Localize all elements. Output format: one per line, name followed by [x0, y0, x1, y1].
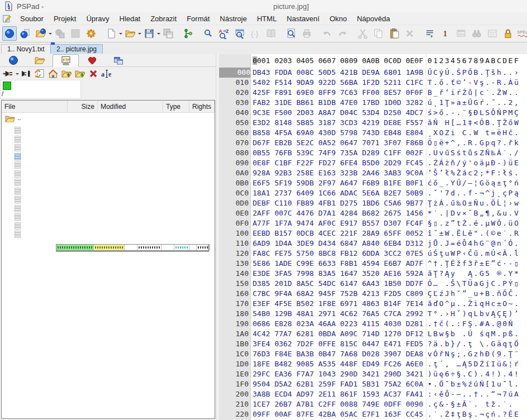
replace-button[interactable]: AZ [217, 26, 231, 41]
panel-tab-favorites[interactable] [79, 54, 105, 66]
ascii-bytes[interactable]: ^†.ŢÉžf3ř±E”ć·-▯ [428, 259, 520, 269]
panel-tab-ftp[interactable]: FTP [53, 54, 79, 67]
ascii-bytes[interactable]: ŰCýÚ.ŚPŐB.Ţšh..› [428, 68, 520, 78]
doc-chip[interactable] [15, 136, 21, 143]
hex-row-000[interactable]: 000DB43 FDDA 008C 50D5 421B DE9A 6801 1A… [219, 68, 527, 78]
hex-row-110[interactable]: 1106AD9 1D4A 3DE9 D434 6847 A840 6EB4 D3… [219, 238, 527, 249]
hex-bytes[interactable]: 09FF 00AF 87FE 42BA 05AC E7F1 163F CC45 [253, 409, 423, 419]
hex-bytes[interactable]: 76D3 F84E BA3B 0B47 7A68 D028 3907 DEA8 [253, 349, 423, 359]
doc-chip[interactable] [15, 196, 21, 203]
doc-chip[interactable] [15, 205, 21, 212]
column-header-rights[interactable]: Rights [189, 101, 215, 112]
ascii-bytes[interactable]: *˙.|Dv×ˇB„¶‚&u.V [428, 208, 520, 218]
new-file-button[interactable] [104, 26, 118, 41]
menu-okno[interactable]: Okno [325, 13, 352, 25]
ascii-bytes[interactable]: .UvűSśtůsZŇ‰Á˙./ [428, 148, 520, 158]
ascii-bytes[interactable]: )üę6÷§.C).4!).4! [428, 369, 520, 379]
save-file-dropdown[interactable] [157, 27, 160, 40]
ftp-connect-button[interactable] [1, 68, 15, 80]
hex-bytes[interactable]: 425F F891 69E0 8FF9 7C63 FF00 8E57 0F0F [253, 88, 423, 98]
hex-bytes[interactable]: 3A8B ECD4 AD97 2E11 861F 1593 AC37 FA41 [253, 389, 423, 399]
hex-bytes[interactable]: 5402 F514 9DA9 922D 56BA 1F2D 5211 C1FC [253, 78, 423, 88]
open-file-button[interactable] [123, 26, 137, 41]
menu-formt[interactable]: Formát [182, 13, 215, 25]
hex-bytes[interactable]: D385 201D 8A5C 54DC 6147 6A43 1B50 DD7F [253, 279, 423, 289]
ftp-new-folder-button[interactable] [73, 68, 87, 80]
project-new-button[interactable] [2, 26, 17, 41]
ascii-bytes[interactable]: ÇĽźJh˘”_u+B.ňŐČ. [428, 289, 520, 299]
ascii-bytes[interactable]: ăďO^µ..ŽiqHc±O~. [428, 299, 520, 309]
ascii-bytes[interactable]: ś>ő.-.¨§ĐLSÔŇPMÇ [428, 108, 520, 118]
menu-projekt[interactable]: Projekt [49, 13, 81, 25]
panel-tab-windows[interactable] [105, 54, 131, 66]
hex-bytes[interactable]: FAB2 31DE BB61 B1DB 47E0 17BD 1D0D 3282 [253, 98, 423, 108]
ascii-bytes[interactable]: .ŹÁżň/ý'oäµĐ-)üE [428, 158, 520, 168]
hex-row-100[interactable]: 100EEBD B157 0DCB 4CEC 221F 28A9 65FF 00… [219, 228, 527, 238]
doc-chip[interactable] [15, 170, 21, 178]
menu-nstroje[interactable]: Nástroje [215, 13, 251, 25]
new-file-dropdown[interactable] [119, 27, 122, 40]
hex-bytes[interactable]: 9504 D5A2 62B1 259F FAD1 5B31 75A2 6C0A [253, 379, 423, 389]
hex-row-010[interactable]: 0105402 F514 9DA9 922D 56BA 1F2D 5211 C1… [219, 78, 527, 88]
ascii-bytes[interactable]: •.Ő˘b±%źúŃ[1u˘l. [428, 379, 520, 389]
ascii-bytes[interactable]: .˙.Ż‡ţBş.¬çń.?ĚE [428, 409, 520, 419]
hex-row-190[interactable]: 1900686 E828 023A 46AA 0223 4115 4030 D2… [219, 319, 527, 329]
hex-row-180[interactable]: 18054B0 129B 48A1 2971 4C62 76A5 C7CA 29… [219, 309, 527, 319]
hex-row-0A0[interactable]: 0A0928A 92B3 258E E163 323B 2A46 3AB3 9C… [219, 168, 527, 178]
project-open-dropdown[interactable] [49, 27, 52, 40]
hex-bytes[interactable]: 5E86 1ADE C99E 6633 F8B1 4594 E6B7 AD7F [253, 259, 423, 269]
ascii-bytes[interactable]: T.ő.ť©’-Vş.-R.Áü [428, 78, 520, 88]
ascii-bytes[interactable]: ăŢ?Ąy Ą.G5 ®.Y* [428, 269, 520, 279]
hex-bytes[interactable]: B858 4F5A 69A0 430D 5798 743D EB48 E804 [253, 128, 423, 138]
doc-chip-selected[interactable] [15, 153, 21, 160]
ascii-bytes[interactable]: ’Š’ł%Žác2;*F:łś. [428, 168, 520, 178]
ascii-bytes[interactable]: .ţ´‚ …Ą5DŹíIü&¦ŕ [428, 359, 520, 369]
hex-bytes[interactable]: E3DE 3FA5 7998 83A5 1647 3520 AE16 592A [253, 269, 423, 279]
panel-tab-files[interactable] [26, 54, 53, 66]
ascii-bytes[interactable]: ?ä.b}/.ţ \.GäqţŐ [428, 339, 520, 349]
menu-nastaven[interactable]: Nastavení [282, 13, 325, 25]
doc-chip[interactable] [15, 127, 21, 134]
ascii-bytes[interactable]: vÓřNş;.GzhĐ(9.Ţ¨ [428, 349, 520, 359]
doc-chip[interactable] [15, 213, 21, 221]
hex-row-160[interactable]: 160C7BC 9F4A 68A2 945F 752B 4213 F2D5 C8… [219, 289, 527, 299]
ascii-bytes[interactable]: ŢżÁ.ű‰O±Ňu.ÖĹ¦›w [428, 198, 520, 208]
hex-row-200[interactable]: 2003A8B ECD4 AD97 2E11 861F 1593 AC37 FA… [219, 389, 527, 399]
column-header-type[interactable]: Type [163, 101, 189, 112]
doc-chip[interactable] [15, 161, 21, 169]
search-in-files-button[interactable] [232, 26, 247, 41]
hex-row-1C0[interactable]: 1C076D3 F84E BA3B 0B47 7A68 D028 3907 DE… [219, 349, 527, 359]
column-header-size[interactable]: Size [68, 101, 98, 112]
hex-bytes[interactable]: 0686 E828 023A 46AA 0223 4115 4030 D281 [253, 319, 423, 329]
hex-row-090[interactable]: 0900E8F C1BF F22F FD27 6FE4 B5D0 2D29 FC… [219, 158, 527, 168]
hex-row-1B0[interactable]: 1B03FE4 0362 7D2F 0FFE 815C 0447 E471 FE… [219, 339, 527, 349]
print-preview-button[interactable] [284, 26, 298, 41]
open-file-dropdown[interactable] [138, 27, 141, 40]
doc-chip[interactable] [15, 222, 21, 230]
paste-button[interactable] [387, 26, 401, 41]
hex-row-020[interactable]: 020425F F891 69E0 8FF9 7C63 FF00 8E57 0F… [219, 88, 527, 98]
column-header-file[interactable]: File [2, 101, 68, 112]
ftp-connection-box[interactable]: / [0, 80, 81, 99]
tab-novy1-txt[interactable]: 1.. Novy1.txt [1, 44, 51, 54]
hex-bytes[interactable]: DB43 FDDA 008C 50D5 421B DE9A 6801 1A9B [253, 68, 423, 78]
hex-bytes[interactable]: 9C3E F500 2D03 A8A7 D04C 53D4 D250 4DC7 [253, 108, 423, 118]
panel-tab-project[interactable] [0, 54, 26, 66]
hex-row-150[interactable]: 150D385 201D 8A5C 54DC 6147 6A43 1B50 DD… [219, 279, 527, 289]
hex-row-1D0[interactable]: 1D018FE B482 9085 A535 448F ED49 FC26 A6… [219, 359, 527, 369]
ascii-bytes[interactable]: B_ř‘iŕŹů|c˙.ŽW.. [428, 88, 520, 98]
ascii-bytes[interactable]: ú˛1Ţ»a±ŰGŕ.˝..2‚ [428, 98, 520, 108]
ascii-bytes[interactable]: Ó… .Š\TÜaGjC.PÝ▯ [428, 279, 520, 289]
ftp-delete-button[interactable] [87, 68, 100, 80]
hex-row-080[interactable]: 0800B55 76FB 539C 74F9 735A D289 C1FF 00… [219, 148, 527, 158]
ascii-bytes[interactable]: ¸XOZi C.W t=ëHč. [428, 128, 520, 138]
hex-bytes[interactable]: 29FC EA36 F7A7 1043 290D 3421 290D 3421 [253, 369, 423, 379]
spell-check-button[interactable]: SPELL [516, 26, 527, 41]
hex-row-0C0[interactable]: 0C018A1 2737 6409 1C66 ADAC 5E6A B2E7 50… [219, 188, 527, 198]
hex-bytes[interactable]: EEBD B157 0DCB 4CEC 221F 28A9 65FF 0052 [253, 228, 423, 238]
hex-rows[interactable]: 000DB43 FDDA 008C 50D5 421B DE9A 6801 1A… [219, 68, 527, 420]
hex-row-170[interactable]: 170E3EF 4F5E B502 1F8E 6971 4863 B14F 7E… [219, 299, 527, 309]
doc-chip[interactable] [15, 231, 21, 238]
hex-bytes[interactable]: 54B0 129B 48A1 2971 4C62 76A5 C7CA 2992 [253, 309, 423, 319]
hex-row-0F0[interactable]: 0F0A77F 1F7A 9474 AF0C E917 B557 D307 FC… [219, 218, 527, 228]
